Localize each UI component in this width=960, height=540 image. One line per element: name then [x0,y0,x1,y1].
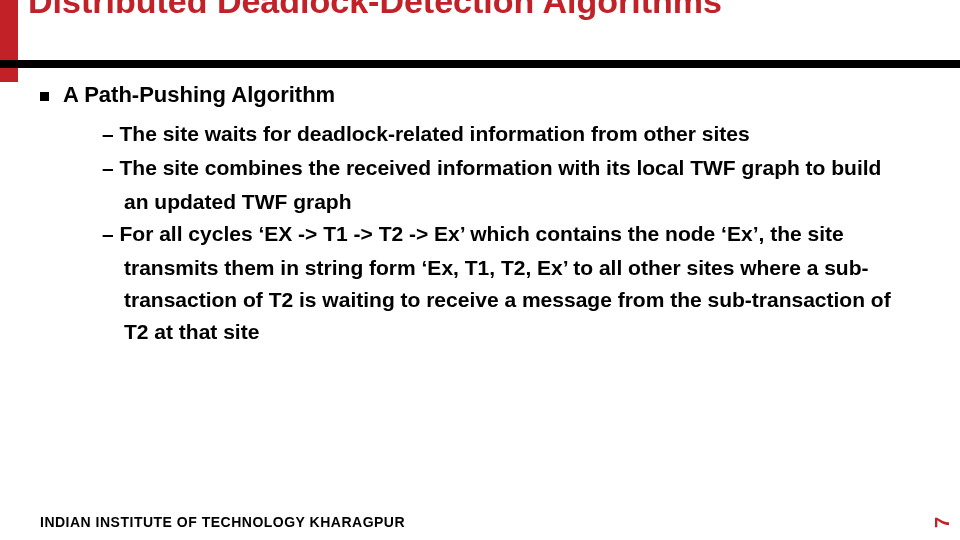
square-bullet-icon [40,92,49,101]
accent-bar [0,0,18,82]
page-number: 7 [931,517,954,528]
horizontal-rule [0,60,960,68]
bullet-main: A Path-Pushing Algorithm [40,82,930,108]
dash-item-3-cont: transmits them in string form ‘Ex, T1, T… [124,252,920,348]
dash-item-3: – For all cycles ‘EX -> T1 -> T2 -> Ex’ … [102,218,920,250]
dash-item-2: – The site combines the received informa… [102,152,920,184]
footer-institute: INDIAN INSTITUTE OF TECHNOLOGY KHARAGPUR [40,514,405,530]
slide-title: Distributed Deadlock-Detection Algorithm… [28,0,940,20]
content-area: A Path-Pushing Algorithm – The site wait… [40,82,930,348]
dash-item-2-cont: an updated TWF graph [124,186,920,218]
sub-points: – The site waits for deadlock-related in… [102,118,920,348]
dash-item-1: – The site waits for deadlock-related in… [102,118,920,150]
bullet-main-text: A Path-Pushing Algorithm [63,82,335,108]
